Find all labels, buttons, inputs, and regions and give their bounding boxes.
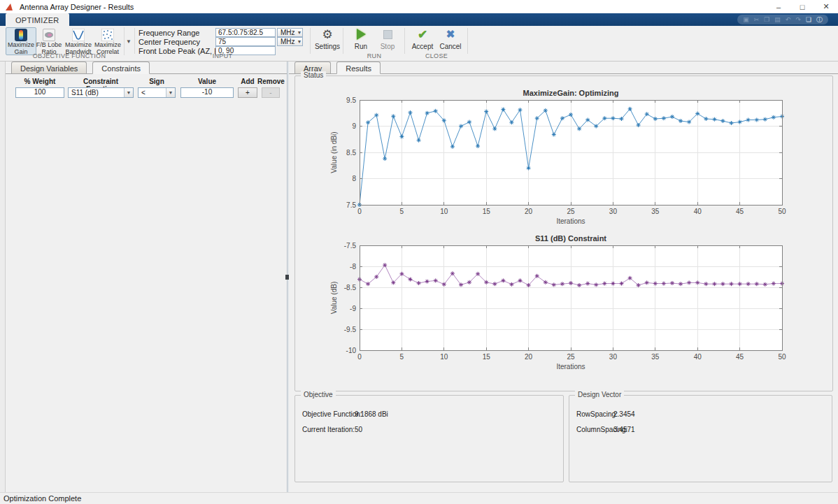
center-frequency-input[interactable]: 75 (215, 37, 276, 46)
redo-icon[interactable]: ↷ (795, 17, 801, 23)
settings-button[interactable]: ⚙ Settings (313, 27, 341, 55)
svg-text:8: 8 (352, 175, 356, 182)
remove-constraint-button[interactable]: - (262, 87, 280, 98)
status-bar: Optimization Complete (0, 492, 838, 504)
design-vector-group-label: Design Vector (575, 391, 624, 398)
svg-text:35: 35 (651, 208, 660, 215)
close-button[interactable]: ✕ (814, 0, 838, 13)
svg-text:Value (dB): Value (dB) (330, 282, 338, 315)
accept-check-icon: ✔ (418, 27, 427, 42)
sign-header: Sign (138, 78, 176, 85)
title-bar: Antenna Array Designer - Results – □ ✕ (0, 0, 838, 13)
svg-text:Iterations: Iterations (556, 217, 585, 225)
svg-text:20: 20 (525, 353, 533, 361)
remove-header: Remove (257, 78, 284, 85)
add-constraint-button[interactable]: + (238, 87, 257, 98)
chevron-down-icon: ▼ (124, 88, 133, 97)
svg-text:30: 30 (609, 353, 618, 361)
accept-button[interactable]: ✔ Accept (409, 27, 436, 55)
maximize-correlation-button[interactable]: Maximize Correlat (92, 27, 123, 55)
svg-text:45: 45 (736, 208, 744, 215)
left-panel-tabs: Design Variables Constraints (6, 62, 287, 74)
svg-text:50: 50 (778, 353, 786, 361)
ribbon: Maximize Gain F/B Lobe Ratio Maximize Ba… (0, 26, 838, 62)
save-icon[interactable]: ▣ (743, 17, 749, 23)
quick-access-toolbar: ▣ ✂ ❐ ▤ ↶ ↷ ❏ ⓘ (737, 15, 828, 24)
cancel-x-icon: ✖ (446, 28, 455, 41)
tab-results[interactable]: Results (336, 62, 381, 74)
svg-text:15: 15 (483, 208, 491, 215)
results-panel: Array Results Status 0510152025303540455… (289, 62, 838, 492)
center-frequency-unit-select[interactable]: MHz▼ (277, 37, 303, 46)
svg-text:10: 10 (440, 353, 448, 361)
run-group-label: RUN (347, 52, 402, 59)
app-window: Antenna Array Designer - Results – □ ✕ O… (0, 0, 838, 504)
svg-text:5: 5 (400, 208, 404, 215)
frequency-range-unit-select[interactable]: MHz▼ (277, 28, 303, 37)
minimize-button[interactable]: – (767, 0, 790, 13)
add-header: Add (238, 78, 257, 85)
maximize-button[interactable]: □ (790, 0, 814, 13)
svg-text:7.5: 7.5 (346, 201, 356, 209)
objective-groupbox: Objective Objective Function: 9.1868 dBi… (294, 395, 564, 482)
objective-gallery-dropdown[interactable]: ▼ (124, 27, 133, 55)
s11-chart: 05101520253035404550-10-9.5-9-8.5-8-7.5S… (329, 234, 804, 374)
tab-optimizer[interactable]: OPTIMIZER (6, 13, 69, 26)
design-vector-groupbox: Design Vector RowSpacing: 2.3454 ColumnS… (569, 395, 832, 482)
constraint-function-select[interactable]: S11 (dB)▼ (68, 87, 134, 98)
gear-icon: ⚙ (322, 27, 332, 42)
svg-text:45: 45 (736, 353, 744, 361)
frequency-range-input[interactable]: 67.5:0.75:82.5 (215, 28, 276, 37)
workspace: Design Variables Constraints % Weight Co… (0, 62, 838, 492)
value-input[interactable]: -10 (180, 87, 234, 98)
gain-chart: 051015202530354045507.588.599.5MaximizeG… (329, 89, 804, 229)
constraints-panel: Design Variables Constraints % Weight Co… (6, 62, 287, 492)
value-header: Value (180, 78, 234, 85)
status-message: Optimization Complete (3, 494, 81, 503)
maximize-correlation-icon (101, 29, 114, 41)
maximize-gain-icon (15, 29, 27, 41)
tab-constraints[interactable]: Constraints (92, 62, 150, 74)
current-iteration-label: Current Iteration: (302, 426, 355, 433)
help-icon[interactable]: ⓘ (816, 17, 823, 23)
sign-select[interactable]: <▼ (138, 87, 176, 98)
weight-input[interactable]: 100 (15, 87, 64, 98)
copy-icon[interactable]: ❐ (764, 17, 769, 23)
svg-text:50: 50 (778, 208, 786, 215)
status-group-label: Status (301, 71, 326, 79)
svg-text:9.5: 9.5 (346, 96, 356, 104)
status-groupbox: Status 051015202530354045507.588.599.5Ma… (294, 75, 833, 391)
svg-text:-8: -8 (350, 263, 356, 271)
svg-text:25: 25 (567, 208, 575, 215)
maximize-bandwidth-button[interactable]: Maximize Bandwidt (63, 27, 94, 55)
svg-text:25: 25 (567, 353, 575, 361)
cut-icon[interactable]: ✂ (754, 17, 760, 23)
objective-group-label: Objective (301, 391, 336, 398)
maximize-gain-button[interactable]: Maximize Gain (6, 27, 36, 55)
svg-text:40: 40 (694, 208, 702, 215)
paste-icon[interactable]: ▤ (774, 17, 781, 23)
run-button[interactable]: Run (347, 27, 375, 55)
chevron-down-icon: ▼ (166, 88, 175, 97)
stop-button[interactable]: Stop (374, 27, 402, 55)
row-spacing-label: RowSpacing: (576, 410, 618, 418)
layout-icon[interactable]: ❏ (806, 17, 811, 23)
undo-icon[interactable]: ↶ (786, 17, 791, 23)
left-dock-strip (0, 62, 6, 492)
center-frequency-label: Center Frequency (139, 38, 200, 46)
svg-text:8.5: 8.5 (346, 149, 356, 157)
svg-text:20: 20 (525, 208, 533, 215)
current-iteration-value: 50 (355, 426, 362, 433)
weight-header: % Weight (15, 78, 64, 85)
svg-text:30: 30 (609, 208, 618, 215)
frequency-range-label: Frequency Range (139, 29, 199, 37)
cancel-button[interactable]: ✖ Cancel (436, 27, 464, 55)
svg-text:10: 10 (440, 208, 448, 215)
fb-lobe-ratio-button[interactable]: F/B Lobe Ratio (34, 27, 64, 55)
svg-text:5: 5 (400, 353, 404, 361)
run-icon (357, 29, 366, 40)
tab-design-variables[interactable]: Design Variables (11, 62, 87, 73)
objective-function-label: Objective Function: (302, 410, 362, 418)
svg-text:-8.5: -8.5 (344, 284, 357, 291)
svg-text:-9.5: -9.5 (344, 326, 357, 333)
